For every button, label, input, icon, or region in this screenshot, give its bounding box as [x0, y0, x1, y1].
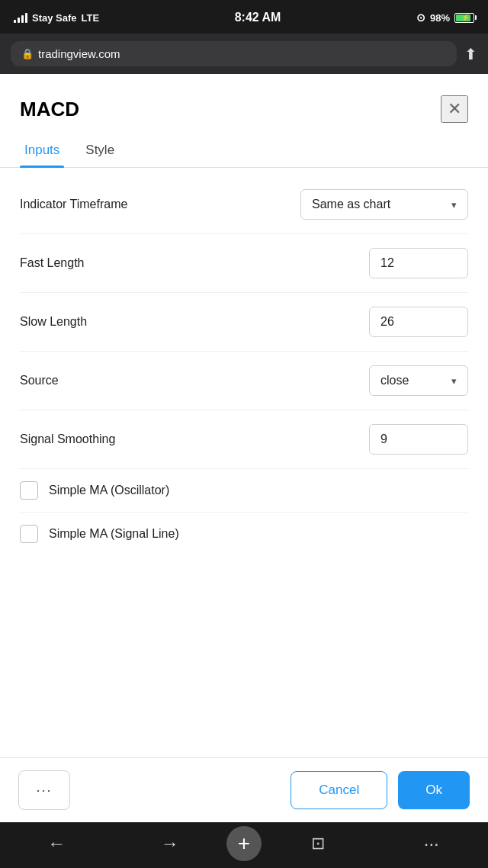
slow-length-row: Slow Length	[20, 293, 468, 352]
time-label: 8:42 AM	[235, 11, 281, 24]
simple-ma-signal-line-row: Simple MA (Signal Line)	[20, 513, 468, 555]
source-value: close	[380, 374, 409, 387]
forward-button[interactable]: →	[114, 833, 227, 854]
source-label: Source	[20, 374, 59, 387]
share-button[interactable]: ⬆	[464, 45, 477, 63]
browser-bar: 🔒 tradingview.com ⬆	[0, 34, 488, 74]
cancel-button[interactable]: Cancel	[291, 771, 387, 809]
fast-length-label: Fast Length	[20, 256, 85, 270]
ok-button[interactable]: Ok	[398, 771, 470, 809]
dialog-header: MACD ✕	[0, 74, 488, 135]
battery-icon: ⚡	[454, 13, 474, 23]
simple-ma-oscillator-row: Simple MA (Oscillator)	[20, 469, 468, 513]
bottom-nav: ← → + ⊡ ···	[0, 822, 488, 868]
back-button[interactable]: ←	[0, 833, 114, 854]
nav-more-icon: ···	[424, 833, 439, 854]
tab-inputs[interactable]: Inputs	[20, 135, 64, 167]
slow-length-input[interactable]	[369, 307, 468, 337]
simple-ma-signal-line-checkbox[interactable]	[20, 525, 38, 543]
location-icon: ⊙	[416, 11, 425, 24]
more-options-button[interactable]: ···	[18, 770, 70, 810]
tabs-icon: ⊡	[311, 834, 325, 854]
status-left: Stay Safe LTE	[14, 12, 99, 24]
signal-bars-icon	[14, 12, 27, 23]
slow-length-label: Slow Length	[20, 315, 87, 329]
battery-percent: 98%	[430, 12, 450, 24]
fast-length-row: Fast Length	[20, 234, 468, 293]
tab-style[interactable]: Style	[81, 135, 119, 167]
fast-length-input[interactable]	[369, 248, 468, 278]
indicator-timeframe-select[interactable]: Same as chart ▾	[300, 189, 468, 220]
status-right: ⊙ 98% ⚡	[416, 11, 474, 24]
main-content: MACD ✕ Inputs Style Indicator Timeframe …	[0, 74, 488, 760]
action-bar: ··· Cancel Ok	[0, 757, 488, 822]
close-button[interactable]: ✕	[441, 95, 468, 123]
simple-ma-signal-line-label: Simple MA (Signal Line)	[49, 527, 179, 541]
back-icon: ←	[47, 833, 66, 854]
signal-smoothing-row: Signal Smoothing	[20, 410, 468, 469]
action-buttons: Cancel Ok	[291, 771, 470, 809]
signal-smoothing-label: Signal Smoothing	[20, 432, 115, 446]
indicator-timeframe-label: Indicator Timeframe	[20, 198, 127, 211]
status-bar: Stay Safe LTE 8:42 AM ⊙ 98% ⚡	[0, 0, 488, 34]
inputs-form: Indicator Timeframe Same as chart ▾ Fast…	[0, 168, 488, 563]
source-row: Source close ▾	[20, 352, 468, 410]
tabs-container: Inputs Style	[0, 135, 488, 168]
source-select[interactable]: close ▾	[369, 365, 468, 396]
url-text: tradingview.com	[38, 47, 120, 60]
simple-ma-oscillator-checkbox[interactable]	[20, 481, 38, 500]
lock-icon: 🔒	[21, 48, 34, 59]
url-bar[interactable]: 🔒 tradingview.com	[11, 41, 457, 66]
network-label: LTE	[82, 12, 100, 24]
dialog-title: MACD	[20, 98, 79, 121]
tabs-button[interactable]: ⊡	[262, 834, 375, 854]
indicator-timeframe-row: Indicator Timeframe Same as chart ▾	[20, 175, 468, 234]
source-chevron-icon: ▾	[451, 375, 457, 387]
forward-icon: →	[161, 833, 179, 854]
simple-ma-oscillator-label: Simple MA (Oscillator)	[49, 484, 169, 497]
carrier-label: Stay Safe	[32, 12, 77, 24]
signal-smoothing-input[interactable]	[369, 424, 468, 455]
nav-more-button[interactable]: ···	[375, 833, 489, 854]
indicator-timeframe-value: Same as chart	[312, 198, 390, 211]
chevron-down-icon: ▾	[451, 199, 457, 211]
add-tab-button[interactable]: +	[226, 826, 262, 861]
add-icon: +	[238, 831, 250, 856]
